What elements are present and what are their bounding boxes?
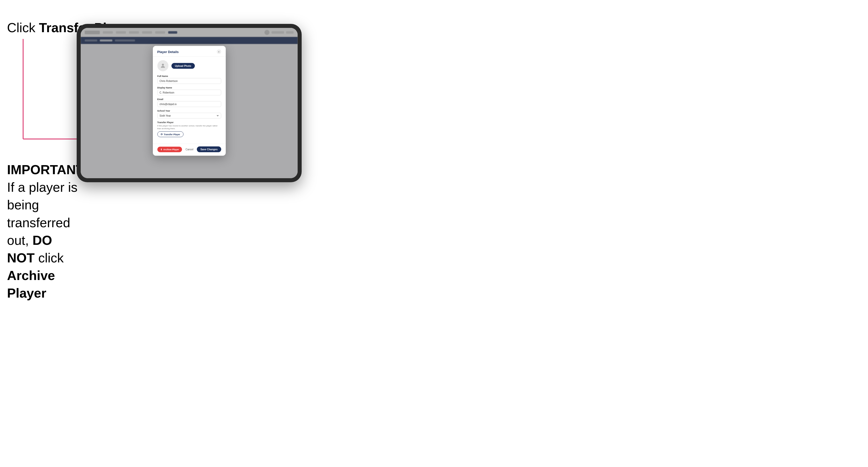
close-icon: × [218, 50, 220, 53]
modal-title: Player Details [157, 50, 179, 54]
modal-body: Upload Photo Full Name Display Name [153, 57, 226, 144]
display-name-group: Display Name [157, 87, 221, 95]
tablet-screen: Player Details × [81, 28, 298, 178]
modal-header: Player Details × [153, 46, 226, 57]
school-year-select[interactable]: Sixth Year [157, 113, 221, 119]
transfer-icon: ⟳ [161, 133, 163, 136]
tablet-device: Player Details × [77, 24, 302, 182]
transfer-section: Transfer Player If this player has moved… [157, 121, 221, 137]
display-name-input[interactable] [157, 90, 221, 95]
full-name-label: Full Name [157, 75, 221, 77]
transfer-button-label: Transfer Player [164, 133, 180, 135]
transfer-player-button[interactable]: ⟳ Transfer Player [157, 131, 184, 137]
suffix-text: click [35, 251, 64, 265]
modal-overlay: Player Details × [81, 28, 298, 178]
email-label: Email [157, 98, 221, 100]
instruction-prefix: Click [7, 20, 39, 35]
full-name-group: Full Name [157, 75, 221, 84]
archive-button-label: Archive Player [163, 148, 179, 151]
transfer-section-label: Transfer Player [157, 121, 221, 124]
school-year-group: School Year Sixth Year [157, 110, 221, 119]
transfer-description: If this player has moved to another scho… [157, 124, 221, 130]
upload-photo-button[interactable]: Upload Photo [172, 63, 195, 69]
archive-label-instruction: Archive Player [7, 268, 55, 300]
email-group: Email [157, 98, 221, 107]
svg-point-3 [162, 64, 164, 66]
modal-close-button[interactable]: × [217, 50, 221, 54]
archive-icon: ⬇ [160, 148, 162, 151]
email-input[interactable] [157, 101, 221, 107]
save-changes-button[interactable]: Save Changes [197, 147, 221, 152]
cancel-button[interactable]: Cancel [186, 148, 193, 151]
instruction-bottom: IMPORTANT: If a player is being transfer… [7, 161, 80, 302]
archive-player-button[interactable]: ⬇ Archive Player [157, 147, 182, 152]
modal-footer: ⬇ Archive Player Cancel Save Changes [153, 144, 226, 156]
school-year-label: School Year [157, 110, 221, 112]
full-name-input[interactable] [157, 78, 221, 84]
important-label: IMPORTANT [7, 162, 84, 177]
avatar-placeholder [157, 60, 168, 71]
avatar-section: Upload Photo [157, 60, 221, 71]
display-name-label: Display Name [157, 87, 221, 89]
person-icon [160, 63, 166, 69]
player-details-modal: Player Details × [153, 46, 226, 156]
